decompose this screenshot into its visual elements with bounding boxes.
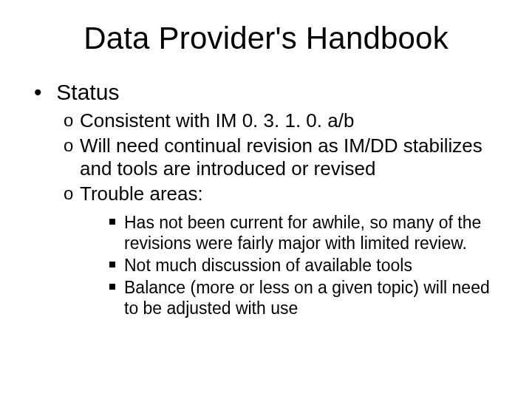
list-item-label: Not much discussion of available tools	[124, 256, 412, 275]
list-item: Trouble areas: Has not been current for …	[64, 183, 502, 318]
list-item-label: Has not been current for awhile, so many…	[124, 213, 481, 253]
list-item: Consistent with IM 0. 3. 1. 0. a/b	[64, 109, 502, 133]
list-item: Balance (more or less on a given topic) …	[109, 277, 502, 318]
list-item-label: Trouble areas:	[80, 183, 203, 205]
bullet-list-level1: Status Consistent with IM 0. 3. 1. 0. a/…	[30, 80, 502, 318]
list-item-label: Consistent with IM 0. 3. 1. 0. a/b	[80, 109, 354, 132]
list-item: Status Consistent with IM 0. 3. 1. 0. a/…	[37, 80, 502, 318]
slide: Data Provider's Handbook Status Consiste…	[0, 0, 532, 399]
list-item-label: Status	[56, 80, 119, 104]
bullet-list-level2: Consistent with IM 0. 3. 1. 0. a/b Will …	[37, 109, 502, 318]
bullet-list-level3: Has not been current for awhile, so many…	[80, 212, 502, 318]
slide-title: Data Provider's Handbook	[30, 21, 502, 56]
list-item: Will need continual revision as IM/DD st…	[64, 134, 502, 181]
list-item-label: Balance (more or less on a given topic) …	[124, 278, 490, 318]
list-item: Has not been current for awhile, so many…	[109, 212, 502, 253]
list-item-label: Will need continual revision as IM/DD st…	[80, 134, 482, 180]
list-item: Not much discussion of available tools	[109, 255, 502, 276]
